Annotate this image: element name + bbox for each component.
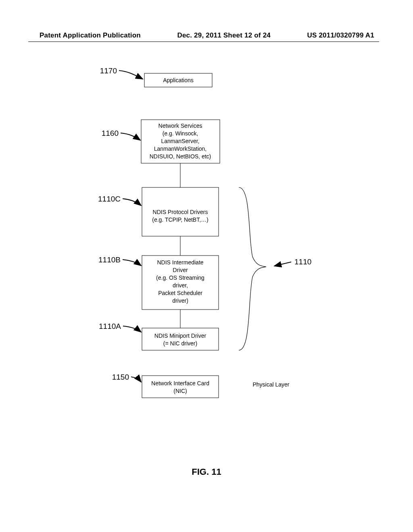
svg-text:1170: 1170 [100,66,117,75]
ref-arrow-1170: 1170 [100,66,143,79]
svg-rect-24 [142,376,219,398]
node-miniport-driver: NDIS Miniport Driver (= NIC driver) [142,328,219,350]
svg-text:LanmanWorkStation,: LanmanWorkStation, [154,145,206,152]
svg-text:Network Interface Card: Network Interface Card [151,380,209,387]
svg-text:1110C: 1110C [98,195,121,203]
figure-label: FIG. 11 [0,467,413,477]
node-intermediate-driver: NDIS Intermediate Driver (e.g. OS Stream… [142,256,219,310]
node-nic: Network Interface Card (NIC) [142,376,219,398]
svg-text:1110B: 1110B [98,256,121,264]
ref-arrow-1150: 1150 [112,373,141,382]
node-protocol-drivers: NDIS Protocol Drivers (e.g. TCPIP, NetBT… [142,187,219,236]
diagram: Applications Network Services (e.g. Wins… [0,0,413,532]
svg-text:(= NIC driver): (= NIC driver) [163,340,197,347]
ref-arrow-1110B: 1110B [98,256,141,266]
ref-arrow-1160: 1160 [102,129,140,140]
svg-text:(e.g. TCPIP, NetBT,…): (e.g. TCPIP, NetBT,…) [152,216,209,223]
svg-text:NDIS Intermediate: NDIS Intermediate [157,259,203,266]
svg-text:(e.g. OS Streaming: (e.g. OS Streaming [156,274,204,281]
ref-arrow-1110C: 1110C [98,195,141,206]
svg-rect-21 [142,328,219,350]
svg-text:LanmanServer,: LanmanServer, [161,138,200,144]
svg-text:driver): driver) [172,297,188,304]
node-network-services: Network Services (e.g. Winsock, LanmanSe… [141,120,220,163]
svg-text:Packet Scheduler: Packet Scheduler [158,290,202,296]
svg-text:Driver: Driver [173,267,188,273]
svg-text:driver,: driver, [173,282,188,289]
svg-text:NDIS Protocol Drivers: NDIS Protocol Drivers [153,209,208,215]
svg-text:1110A: 1110A [99,322,121,330]
svg-text:NDIS Miniport Driver: NDIS Miniport Driver [154,332,206,339]
svg-line-33 [274,262,291,266]
svg-text:1150: 1150 [112,373,129,381]
svg-text:NDISUIO, NetBIOS, etc): NDISUIO, NetBIOS, etc) [150,153,211,160]
ref-arrow-1110A: 1110A [99,322,141,332]
physical-layer-label: Physical Layer [252,381,289,388]
svg-text:1160: 1160 [102,129,119,137]
svg-text:1110: 1110 [294,258,311,266]
brace-1110 [239,187,266,350]
ref-arrow-1110: 1110 [274,258,311,266]
applications-label: Applications [163,77,194,83]
svg-text:(e.g. Winsock,: (e.g. Winsock, [163,130,198,137]
svg-text:Network Services: Network Services [159,123,202,129]
svg-text:(NIC): (NIC) [173,388,187,394]
node-applications: Applications [144,73,212,87]
